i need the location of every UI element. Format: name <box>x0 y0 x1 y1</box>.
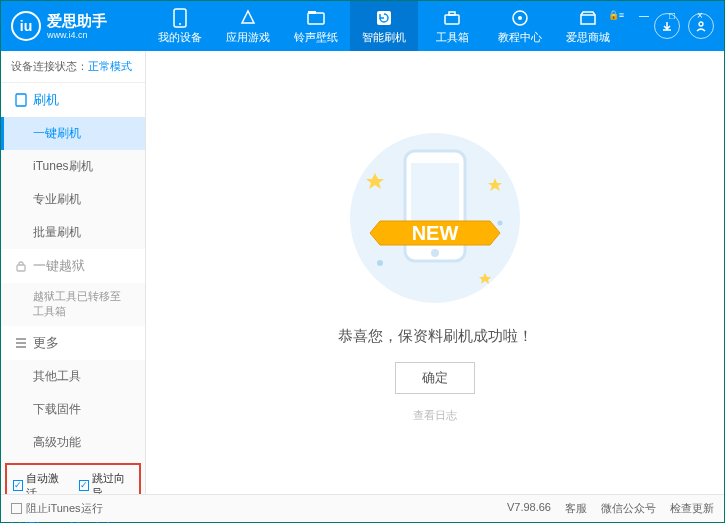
lock-icon[interactable]: 🔒≡ <box>605 4 627 26</box>
ok-button[interactable]: 确定 <box>395 362 475 394</box>
connection-status: 设备连接状态：正常模式 <box>1 51 145 83</box>
svg-point-8 <box>518 16 522 20</box>
svg-point-17 <box>431 249 439 257</box>
sidebar-item-advanced[interactable]: 高级功能 <box>1 426 145 459</box>
app-url: www.i4.cn <box>47 30 107 41</box>
nav-my-device[interactable]: 我的设备 <box>146 1 214 51</box>
sidebar: 设备连接状态：正常模式 刷机 一键刷机 iTunes刷机 专业刷机 批量刷机 一… <box>1 51 146 494</box>
close-button[interactable]: × <box>689 4 711 26</box>
svg-rect-5 <box>445 15 459 24</box>
store-icon <box>578 8 598 28</box>
app-title: 爱思助手 <box>47 12 107 30</box>
svg-rect-2 <box>308 13 324 24</box>
nav-tabs: 我的设备 应用游戏 铃声壁纸 智能刷机 工具箱 教程中心 <box>146 1 654 51</box>
nav-label: 应用游戏 <box>226 30 270 45</box>
checkbox-box <box>11 503 22 514</box>
svg-rect-11 <box>16 94 26 106</box>
success-message: 恭喜您，保资料刷机成功啦！ <box>338 327 533 346</box>
sidebar-item-download[interactable]: 下载固件 <box>1 393 145 426</box>
nav-label: 爱思商城 <box>566 30 610 45</box>
svg-point-22 <box>498 220 503 225</box>
sidebar-item-pro[interactable]: 专业刷机 <box>1 183 145 216</box>
sidebar-section-flash[interactable]: 刷机 <box>1 83 145 117</box>
main-content: NEW 恭喜您，保资料刷机成功啦！ 确定 查看日志 <box>146 51 724 494</box>
section-label: 一键越狱 <box>33 257 85 275</box>
phone-icon <box>15 93 27 107</box>
sidebar-section-jailbreak: 一键越狱 <box>1 249 145 283</box>
nav-flash[interactable]: 智能刷机 <box>350 1 418 51</box>
svg-rect-9 <box>581 15 595 24</box>
version-label: V7.98.66 <box>507 501 551 516</box>
refresh-icon <box>374 8 394 28</box>
svg-rect-3 <box>308 11 316 14</box>
conn-value: 正常模式 <box>88 60 132 72</box>
nav-label: 智能刷机 <box>362 30 406 45</box>
nav-label: 我的设备 <box>158 30 202 45</box>
logo-area: iu 爱思助手 www.i4.cn <box>11 11 146 41</box>
statusbar: 阻止iTunes运行 V7.98.66 客服 微信公众号 检查更新 <box>1 494 724 522</box>
new-badge-text: NEW <box>412 222 459 244</box>
view-log-link[interactable]: 查看日志 <box>413 408 457 423</box>
app-window: iu 爱思助手 www.i4.cn 我的设备 应用游戏 铃声壁纸 智能刷机 <box>0 0 725 523</box>
update-link[interactable]: 检查更新 <box>670 501 714 516</box>
sidebar-item-other[interactable]: 其他工具 <box>1 360 145 393</box>
support-link[interactable]: 客服 <box>565 501 587 516</box>
success-illustration: NEW <box>335 123 535 313</box>
nav-tutorials[interactable]: 教程中心 <box>486 1 554 51</box>
maximize-button[interactable]: □ <box>661 4 683 26</box>
nav-toolbox[interactable]: 工具箱 <box>418 1 486 51</box>
nav-apps[interactable]: 应用游戏 <box>214 1 282 51</box>
logo-icon: iu <box>11 11 41 41</box>
sidebar-section-more[interactable]: 更多 <box>1 326 145 360</box>
lock-icon <box>15 260 27 272</box>
folder-icon <box>306 8 326 28</box>
jailbreak-note: 越狱工具已转移至 工具箱 <box>1 283 145 326</box>
conn-label: 设备连接状态： <box>11 60 88 72</box>
minimize-button[interactable]: — <box>633 4 655 26</box>
svg-point-1 <box>179 23 181 25</box>
body-area: 设备连接状态：正常模式 刷机 一键刷机 iTunes刷机 专业刷机 批量刷机 一… <box>1 51 724 494</box>
svg-rect-6 <box>449 12 455 15</box>
nav-label: 工具箱 <box>436 30 469 45</box>
checkbox-block-itunes[interactable]: 阻止iTunes运行 <box>11 501 103 516</box>
section-label: 更多 <box>33 334 59 352</box>
menu-icon <box>15 338 27 348</box>
nav-label: 铃声壁纸 <box>294 30 338 45</box>
titlebar: iu 爱思助手 www.i4.cn 我的设备 应用游戏 铃声壁纸 智能刷机 <box>1 1 724 51</box>
book-icon <box>510 8 530 28</box>
phone-icon <box>170 8 190 28</box>
sidebar-item-batch[interactable]: 批量刷机 <box>1 216 145 249</box>
nav-label: 教程中心 <box>498 30 542 45</box>
cb-label: 阻止iTunes运行 <box>26 501 103 516</box>
sidebar-item-itunes[interactable]: iTunes刷机 <box>1 150 145 183</box>
section-label: 刷机 <box>33 91 59 109</box>
svg-point-21 <box>377 260 383 266</box>
nav-ringtones[interactable]: 铃声壁纸 <box>282 1 350 51</box>
wechat-link[interactable]: 微信公众号 <box>601 501 656 516</box>
toolbox-icon <box>442 8 462 28</box>
svg-rect-12 <box>17 265 25 271</box>
sidebar-item-oneclick[interactable]: 一键刷机 <box>1 117 145 150</box>
apps-icon <box>238 8 258 28</box>
